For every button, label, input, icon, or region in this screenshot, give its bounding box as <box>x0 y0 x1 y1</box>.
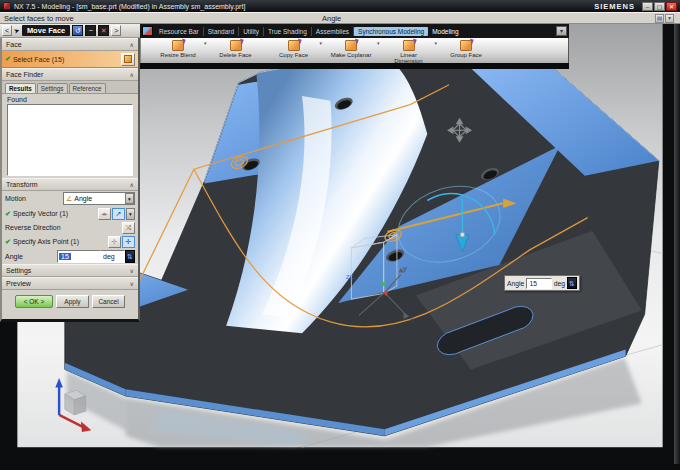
motion-dropdown-icon[interactable]: ▾ <box>125 193 134 204</box>
dialog-close-button[interactable]: ✕ <box>98 25 109 36</box>
face-finder-collapse-icon: ∧ <box>130 71 134 78</box>
settings-expand-icon: ∨ <box>130 267 134 274</box>
motion-label: Motion <box>5 195 26 202</box>
tab-settings[interactable]: Settings <box>37 83 68 93</box>
group-face-icon <box>460 40 472 51</box>
move-face-dialog: Face ∧ ✔ Select Face (15) Face Finder ∧ … <box>0 38 140 322</box>
angle-input[interactable]: 15 <box>57 250 101 263</box>
ok-button[interactable]: < OK > <box>15 295 53 308</box>
window-title: NX 7.5 - Modeling - [sm_base.prt (Modifi… <box>14 3 245 10</box>
ribbon-tabstrip: Resource Bar Standard Utility True Shadi… <box>140 24 569 38</box>
tab-results[interactable]: Results <box>5 83 36 93</box>
found-results-list[interactable] <box>7 104 133 176</box>
reverse-direction-label: Reverse Direction <box>5 224 61 231</box>
window-bottom-edge <box>0 464 680 470</box>
linear-dimension-icon <box>403 40 415 51</box>
dialog-back-button[interactable]: < <box>2 25 12 36</box>
angle-row: Angle 15 deg ⇅ <box>2 249 138 264</box>
copy-face-icon <box>288 40 300 51</box>
vector-constructor-button[interactable]: ↗ <box>112 208 125 220</box>
select-face-row[interactable]: ✔ Select Face (15) <box>2 51 138 68</box>
vector-dialog-button[interactable]: ⌯ <box>98 208 111 220</box>
delete-face-button[interactable]: Delete Face <box>207 39 265 58</box>
move-face-dialog-header: < ➤ Move Face ↺ − ✕ > <box>0 24 140 38</box>
specify-vector-label: Specify Vector (1) <box>13 210 68 217</box>
settings-section-header[interactable]: Settings ∨ <box>2 264 138 277</box>
point-constructor-button[interactable]: ✛ <box>122 236 135 248</box>
dialog-forward-button[interactable]: > <box>111 25 121 36</box>
tab-true-shading[interactable]: True Shading <box>264 27 312 36</box>
found-label: Found <box>2 94 138 104</box>
select-cursor-icon: ➤ <box>13 26 21 36</box>
y-axis-label: Y <box>403 266 408 273</box>
maximize-button[interactable]: ▢ <box>654 2 665 11</box>
angle-overlay-input[interactable]: 15 <box>526 278 551 289</box>
copy-face-button[interactable]: Copy Face <box>265 39 323 58</box>
nx-app-icon <box>3 2 11 10</box>
reverse-direction-row: Reverse Direction ⤨ <box>2 221 138 234</box>
cancel-button[interactable]: Cancel <box>92 295 125 308</box>
angle-overlay-spinner[interactable]: ⇅ <box>567 277 577 289</box>
toolbar-shadow <box>140 63 569 69</box>
ribbon-picture-icon <box>142 26 153 36</box>
tab-assemblies[interactable]: Assemblies <box>312 27 354 36</box>
angle-unit-dropdown[interactable]: deg <box>101 250 125 263</box>
resize-blend-icon <box>172 40 184 51</box>
dialog-reset-button[interactable]: ↺ <box>72 25 83 36</box>
make-coplanar-button[interactable]: Make Coplanar <box>322 39 380 58</box>
angle-overlay-label: Angle <box>507 280 524 287</box>
specify-vector-row: ✔ Specify Vector (1) ⌯ ↗ ▾ <box>2 206 138 221</box>
preview-section-header[interactable]: Preview ∨ <box>2 277 138 290</box>
cue-dropdown-icon[interactable]: ▾ <box>665 14 674 23</box>
specify-axis-point-label: Specify Axis Point (1) <box>13 238 79 245</box>
angle-glyph-icon: ∠ <box>66 195 72 203</box>
face-collapse-icon: ∧ <box>130 41 134 48</box>
motion-dropdown[interactable]: ∠ Angle ▾ <box>63 192 135 205</box>
cue-grid-icon[interactable]: ▤ <box>655 14 664 23</box>
tab-standard[interactable]: Standard <box>204 27 239 36</box>
delete-face-icon <box>230 40 242 51</box>
siemens-logo: SIEMENS <box>594 2 635 11</box>
cue-center-text: Angle <box>322 14 341 23</box>
dialog-title: Move Face <box>22 25 70 36</box>
dialog-minimize-button[interactable]: − <box>85 25 96 36</box>
tab-modeling[interactable]: Modeling <box>428 27 462 36</box>
vector-dropdown-icon[interactable]: ▾ <box>126 208 135 220</box>
angle-label: Angle <box>5 253 23 260</box>
angle-overlay-unit: deg <box>554 280 565 287</box>
reverse-direction-button[interactable]: ⤨ <box>122 222 135 234</box>
point-dialog-button[interactable]: ⊹ <box>108 236 121 248</box>
linear-dimension-button[interactable]: Linear Dimension <box>380 39 438 64</box>
nx-application-window: ZC Y X NX 7.5 - Modeling - [sm_base <box>0 0 680 470</box>
face-select-tool-button[interactable] <box>121 53 135 66</box>
close-button[interactable]: ✕ <box>666 2 677 11</box>
select-face-label: Select Face (15) <box>13 56 64 63</box>
angle-spinner[interactable]: ⇅ <box>125 250 135 263</box>
resize-blend-button[interactable]: Resize Blend <box>149 39 207 58</box>
window-left-edge <box>0 322 2 470</box>
face-finder-section-header[interactable]: Face Finder ∧ <box>2 68 138 81</box>
specify-axis-point-row: ✔ Specify Axis Point (1) ⊹ ✛ <box>2 234 138 249</box>
window-right-edge <box>674 24 680 470</box>
cue-bar: Select faces to move Angle ▤ ▾ <box>0 12 680 24</box>
vector-check-icon: ✔ <box>5 210 11 218</box>
transform-section-header[interactable]: Transform ∧ <box>2 178 138 191</box>
cue-prompt-text: Select faces to move <box>4 14 74 23</box>
tab-synchronous-modeling[interactable]: Synchronous Modeling <box>354 27 428 36</box>
tab-reference[interactable]: Reference <box>69 83 106 93</box>
check-icon: ✔ <box>5 55 11 63</box>
face-finder-tabs: Results Settings Reference <box>2 81 138 94</box>
face-section-header[interactable]: Face ∧ <box>2 38 138 51</box>
motion-row: Motion ∠ Angle ▾ <box>2 191 138 206</box>
group-face-button[interactable]: Group Face <box>437 39 495 58</box>
tabstrip-options-icon[interactable]: ▾ <box>556 26 567 36</box>
dialog-button-row: < OK > Apply Cancel <box>2 293 138 310</box>
tab-utility[interactable]: Utility <box>239 27 264 36</box>
minimize-button[interactable]: – <box>642 2 653 11</box>
angle-onscreen-input: Angle 15 deg ⇅ <box>504 275 580 291</box>
transform-collapse-icon: ∧ <box>130 181 134 188</box>
zc-axis-label: ZC <box>346 273 355 280</box>
apply-button[interactable]: Apply <box>56 295 89 308</box>
tab-resource-bar[interactable]: Resource Bar <box>155 27 204 36</box>
motion-value: Angle <box>74 195 92 202</box>
